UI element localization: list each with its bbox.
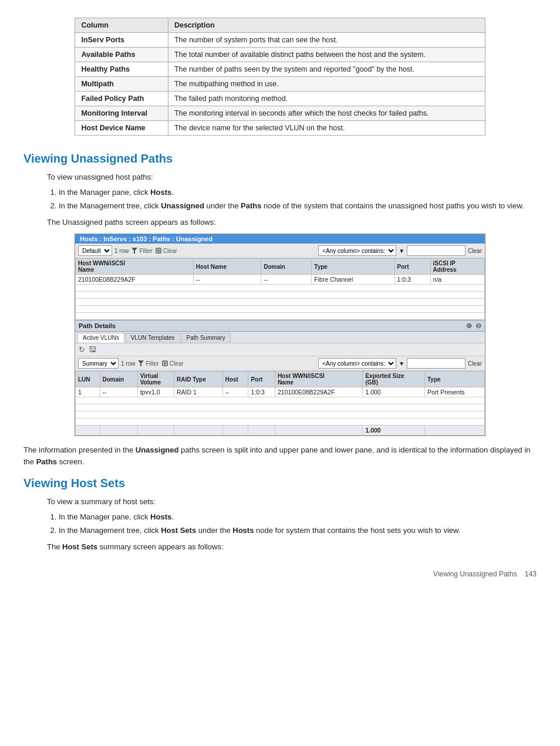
svg-marker-0	[131, 248, 137, 254]
info-table-desc: The monitoring interval in seconds after…	[168, 106, 485, 121]
ss-col-type2: Type	[424, 372, 484, 387]
ss-lower-empty3	[76, 411, 485, 418]
ss-footer-size: 1.000	[363, 426, 425, 436]
ss-column-filter-dropdown1[interactable]: <Any column> contains:	[318, 245, 396, 256]
ss-footer-raid	[174, 426, 222, 436]
ss-clear-button2[interactable]: Clear	[468, 360, 482, 367]
section2-title: Viewing Host Sets	[23, 477, 537, 490]
section-viewing-unassigned: Viewing Unassigned Paths To view unassig…	[23, 152, 537, 467]
ss-filter-icon[interactable]: Filter	[131, 247, 152, 254]
ss-upper-cell-hostname: --	[193, 275, 261, 285]
ss-clear-icon2[interactable]: Clear	[161, 360, 184, 367]
ss-col-port2: Port	[248, 372, 275, 387]
screenshot-unassigned: Hosts : InServs : s103 : Paths : Unassig…	[75, 234, 485, 436]
ss-upper-cell-domain: --	[261, 275, 312, 285]
ss-path-details-label: Path Details	[79, 322, 116, 329]
ss-toolbar1-right: <Any column> contains: ▼ Clear	[318, 245, 482, 256]
ss-empty-row4	[76, 306, 485, 313]
page-footer: Viewing Unassigned Paths 143	[23, 570, 537, 578]
ss-col-domain2: Domain	[100, 372, 137, 387]
ss-footer-port	[248, 426, 275, 436]
ss-col-virtual-vol: VirtualVolume	[137, 372, 174, 387]
ss-col-exported-size: Exported Size(GB)	[363, 372, 425, 387]
ss-lower-host: --	[222, 387, 248, 397]
section2-step2: In the Management tree, click Host Sets …	[59, 525, 537, 536]
ss-export-icon[interactable]: 🖫	[89, 345, 96, 354]
ss-tab-active-vluns[interactable]: Active VLUNs	[77, 333, 124, 343]
ss-lower-raid: RAID 1	[174, 387, 222, 397]
ss-empty-row3	[76, 299, 485, 306]
ss-col-domain: Domain	[261, 259, 312, 275]
ss-tab-vlun-templates[interactable]: VLUN Templates	[126, 333, 180, 343]
ss-lower-table: LUN Domain VirtualVolume RAID Type Host …	[75, 371, 485, 436]
ss-col-wwn2: Host WWN/iSCSIName	[275, 372, 363, 387]
ss-filter-icon2[interactable]: Filter	[137, 360, 158, 367]
ss-empty-row1	[76, 285, 485, 292]
ss-lower-size: 1.000	[363, 387, 425, 397]
ss-lower-vv: tpvv1.0	[137, 387, 174, 397]
info-table-desc: The device name for the selected VLUN on…	[168, 121, 485, 136]
ss-upper-table: Host WWN/iSCSIName Host Name Domain Type…	[75, 258, 485, 320]
ss-tab-path-summary[interactable]: Path Summary	[181, 333, 231, 343]
ss-refresh-icon[interactable]: ↻	[79, 345, 85, 354]
ss-titlebar: Hosts : InServs : s103 : Paths : Unassig…	[75, 234, 485, 244]
ss-rows-label2: 1 row	[121, 360, 135, 367]
info-table-col: Available Paths	[75, 48, 168, 62]
ss-upper-cell-iscsi: n/a	[430, 275, 484, 285]
info-table-desc: The number of paths seen by the system a…	[168, 62, 485, 77]
ss-footer-vv	[137, 426, 174, 436]
section2-intro: To view a summary of host sets:	[47, 496, 537, 508]
ss-footer-wwn	[275, 426, 363, 436]
ss-tabs[interactable]: Active VLUNs VLUN Templates Path Summary	[75, 332, 485, 343]
section2-caption: The Host Sets summary screen appears as …	[47, 541, 537, 553]
ss-footer-host	[222, 426, 248, 436]
info-table-desc: The failed path monitoring method.	[168, 92, 485, 106]
ss-toolbar2-dropdown[interactable]: Summary	[78, 358, 119, 369]
ss-clear-icon1[interactable]: Clear	[155, 247, 177, 254]
ss-filter-input1[interactable]	[407, 245, 465, 256]
ss-toolbar2-right: <Any column> contains: ▼ Clear	[318, 358, 482, 369]
ss-clear-button1[interactable]: Clear	[468, 248, 482, 254]
ss-icons-bar: ↻ 🖫	[75, 343, 485, 356]
svg-marker-4	[138, 360, 144, 366]
ss-filter-input2[interactable]	[407, 358, 465, 369]
info-table-desc: The number of system ports that can see …	[168, 33, 485, 48]
section1-title: Viewing Unassigned Paths	[23, 152, 537, 166]
ss-lower-wwn: 210100E08B229A2F	[275, 387, 363, 397]
col-header-description: Description	[168, 18, 485, 33]
section1-closing: The information presented in the Unassig…	[23, 444, 537, 467]
section1-step2: In the Management tree, click Unassigned…	[59, 200, 537, 212]
ss-column-filter-dropdown2[interactable]: <Any column> contains:	[318, 358, 396, 369]
ss-lower-empty1	[76, 397, 485, 404]
ss-lower-empty2	[76, 404, 485, 411]
info-table-col: InServ Ports	[75, 33, 168, 48]
section1-intro: To view unassigned host paths:	[47, 171, 537, 183]
ss-lower-footer: 1.000	[76, 426, 485, 436]
ss-upper-cell-type: Fibre Channel	[312, 275, 394, 285]
info-table: Column Description InServ PortsThe numbe…	[75, 18, 485, 136]
ss-col-wwn: Host WWN/iSCSIName	[76, 259, 194, 275]
ss-collapse-icon[interactable]: ⊖	[475, 322, 481, 330]
ss-upper-cell-wwn: 210100E08B229A2F	[76, 275, 194, 285]
ss-toolbar2[interactable]: Summary 1 row Filter Clear <Any column> …	[75, 356, 485, 371]
footer-right: 143	[525, 570, 537, 578]
ss-footer-lun	[76, 426, 100, 436]
ss-toolbar1-dropdown[interactable]: Default	[78, 245, 112, 256]
ss-path-details-icons: ⊕ ⊖	[466, 322, 481, 330]
ss-col-host: Host	[222, 372, 248, 387]
ss-expand-icon[interactable]: ⊕	[466, 322, 472, 330]
ss-lower-empty4	[76, 418, 485, 426]
col-header-column: Column	[75, 18, 168, 33]
ss-col-iscsi-ip: iSCSI IPAddress	[430, 259, 484, 275]
ss-upper-cell-port: 1:0:3	[394, 275, 430, 285]
ss-col-port: Port	[394, 259, 430, 275]
ss-lower-domain: --	[100, 387, 137, 397]
ss-footer-type	[424, 426, 484, 436]
info-table-desc: The multipathing method in use.	[168, 77, 485, 92]
ss-toolbar1[interactable]: Default 1 row Filter Clear <Any column> …	[75, 244, 485, 258]
ss-upper-row1: 210100E08B229A2F -- -- Fibre Channel 1:0…	[76, 275, 485, 285]
ss-path-details-bar: Path Details ⊕ ⊖	[75, 320, 485, 332]
ss-lower-port: 1:0:3	[248, 387, 275, 397]
ss-rows-label: 1 row	[114, 248, 129, 254]
ss-footer-domain	[100, 426, 137, 436]
